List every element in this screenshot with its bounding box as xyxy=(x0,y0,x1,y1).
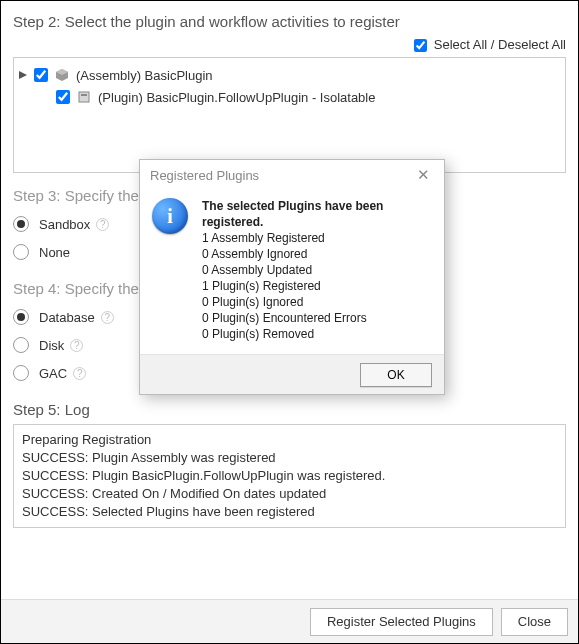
close-icon[interactable]: ✕ xyxy=(413,164,434,186)
radio-sandbox[interactable] xyxy=(13,216,29,232)
radio-disk[interactable] xyxy=(13,337,29,353)
radio-sandbox-label: Sandbox xyxy=(39,217,90,232)
help-icon[interactable]: ? xyxy=(70,339,83,352)
plugin-checkbox[interactable] xyxy=(56,90,70,104)
dialog-title-text: Registered Plugins xyxy=(150,168,259,183)
help-icon[interactable]: ? xyxy=(101,311,114,324)
plugin-label: (Plugin) BasicPlugin.FollowUpPlugin - Is… xyxy=(98,90,375,105)
assembly-icon xyxy=(54,67,70,83)
close-button[interactable]: Close xyxy=(501,608,568,636)
select-all-label: Select All / Deselect All xyxy=(434,37,566,52)
dialog-headline: The selected Plugins have been registere… xyxy=(202,198,432,230)
radio-database-label: Database xyxy=(39,310,95,325)
assembly-checkbox[interactable] xyxy=(34,68,48,82)
radio-gac[interactable] xyxy=(13,365,29,381)
registered-plugins-dialog: Registered Plugins ✕ i The selected Plug… xyxy=(139,159,445,395)
dialog-message: The selected Plugins have been registere… xyxy=(202,198,432,342)
register-button[interactable]: Register Selected Plugins xyxy=(310,608,493,636)
assembly-label: (Assembly) BasicPlugin xyxy=(76,68,213,83)
svg-rect-1 xyxy=(81,94,87,96)
plugin-icon xyxy=(76,89,92,105)
dialog-line: 0 Assembly Ignored xyxy=(202,246,432,262)
log-line: Preparing Registration xyxy=(22,431,557,449)
dialog-line: 0 Plugin(s) Encountered Errors xyxy=(202,310,432,326)
radio-none[interactable] xyxy=(13,244,29,260)
select-all-checkbox[interactable] xyxy=(414,39,427,52)
log-line: SUCCESS: Selected Plugins have been regi… xyxy=(22,503,557,521)
plugin-tree[interactable]: (Assembly) BasicPlugin (Plugin) BasicPlu… xyxy=(13,57,566,173)
expander-icon[interactable] xyxy=(18,70,28,80)
footer-bar: Register Selected Plugins Close xyxy=(1,599,578,643)
dialog-line: 0 Assembly Updated xyxy=(202,262,432,278)
step5-header: Step 5: Log xyxy=(13,401,566,418)
radio-gac-label: GAC xyxy=(39,366,67,381)
dialog-line: 0 Plugin(s) Ignored xyxy=(202,294,432,310)
svg-rect-0 xyxy=(79,92,89,102)
log-line: SUCCESS: Created On / Modified On dates … xyxy=(22,485,557,503)
log-line: SUCCESS: Plugin BasicPlugin.FollowUpPlug… xyxy=(22,467,557,485)
tree-row-assembly[interactable]: (Assembly) BasicPlugin xyxy=(18,64,561,86)
info-icon: i xyxy=(152,198,188,234)
step2-header: Step 2: Select the plugin and workflow a… xyxy=(13,13,566,30)
tree-row-plugin[interactable]: (Plugin) BasicPlugin.FollowUpPlugin - Is… xyxy=(18,86,561,108)
dialog-line: 1 Assembly Registered xyxy=(202,230,432,246)
log-line: SUCCESS: Plugin Assembly was registered xyxy=(22,449,557,467)
radio-database[interactable] xyxy=(13,309,29,325)
radio-none-label: None xyxy=(39,245,70,260)
ok-button[interactable]: OK xyxy=(360,363,432,387)
help-icon[interactable]: ? xyxy=(73,367,86,380)
dialog-line: 1 Plugin(s) Registered xyxy=(202,278,432,294)
help-icon[interactable]: ? xyxy=(96,218,109,231)
radio-disk-label: Disk xyxy=(39,338,64,353)
dialog-line: 0 Plugin(s) Removed xyxy=(202,326,432,342)
log-box: Preparing Registration SUCCESS: Plugin A… xyxy=(13,424,566,528)
